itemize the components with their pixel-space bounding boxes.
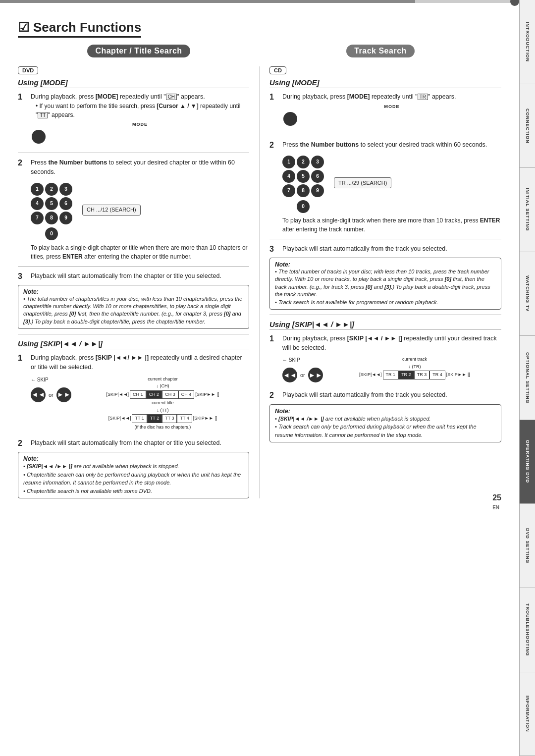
right-note-lines: • The total number of tracks in your dis…	[275, 268, 496, 306]
divider-1	[18, 153, 249, 153]
right-step-1: 1 During playback, press [MODE] repeated…	[269, 92, 501, 130]
left-note-box: Note: • The total number of chapters/tit…	[18, 285, 249, 329]
sidebar-tab-connection[interactable]: CONNECTION	[519, 84, 535, 168]
right-skip-prev-btn: ◄◄	[282, 368, 297, 382]
right-skip-diagram: ← SKIP ◄◄ or ►► current track ↓ (TR)	[282, 356, 501, 382]
ch-label: ↓ (CH)	[76, 383, 249, 390]
right-num-1: 1	[282, 156, 295, 168]
right-num-8: 8	[297, 184, 310, 197]
sidebar-tab-operating-dvd[interactable]: OPERATING DVD	[519, 420, 535, 504]
num-4: 4	[31, 197, 44, 210]
left-using-skip-heading: Using [SKIP|◄◄ / ►►|]	[18, 339, 249, 349]
step2-paragraph: To play back a single-digit chapter or t…	[31, 243, 249, 261]
left-skip-step-1: 1 During playback, press [SKIP |◄◄/ ►► |…	[18, 353, 249, 434]
right-num-grid: 1 2 3 4 5 6 7 8 9	[282, 156, 324, 197]
right-skip-next-label: [SKIP►► |]	[446, 372, 470, 378]
right-numbers-display-area: 1 2 3 4 5 6 7 8 9 0	[282, 153, 501, 213]
left-note-title: Note:	[23, 288, 244, 295]
num-grid: 1 2 3 4 5 6 7 8 9	[31, 183, 72, 224]
right-using-mode-heading: Using [MODE]	[269, 78, 501, 88]
tr3: TR 3	[414, 371, 430, 379]
title-checkmark: ☑	[18, 20, 29, 35]
right-skip-btn-row: ◄◄ or ►►	[282, 368, 323, 382]
step-number-2: 2	[18, 158, 27, 167]
no-chapters-note: (If the disc has no chapters.)	[76, 424, 249, 431]
sidebar-tab-information[interactable]: INFORMATION	[519, 672, 535, 756]
right-num-0: 0	[297, 200, 310, 213]
right-num-9: 9	[311, 184, 324, 197]
ch-boxes: CH 1 CH 2 CH 3 CH 4	[130, 390, 194, 399]
skip-next-label: [SKIP►► |]	[195, 391, 219, 398]
left-skip-note-box: Note: • [SKIP|◄◄ /►► |] are not availabl…	[18, 452, 249, 498]
right-skip-next-btn: ►►	[308, 368, 323, 382]
skip-btn-row: ◄◄ or ►►	[31, 387, 71, 402]
right-num-2: 2	[297, 156, 310, 168]
tt4: TT 4	[177, 414, 192, 423]
right-tr-boxes: TR 1 TR 2 TR 3 TR 4	[383, 371, 445, 379]
left-column: DVD Using [MODE] 1 During playback, pres…	[18, 66, 260, 498]
mode-button-area: MODE	[31, 121, 249, 148]
progress-bar-fill	[0, 0, 415, 3]
sidebar-tab-troubleshooting[interactable]: TROUBLESHOOTING	[519, 588, 535, 672]
right-skip-step-1-content: During playback, press [SKIP |◄◄ / ►► |]…	[282, 334, 501, 387]
right-skip-diagram-right: current track ↓ (TR) [SKIP|◄◄] TR 1 TR 2…	[328, 356, 501, 379]
right-num-7: 7	[282, 184, 295, 197]
right-divider-1	[269, 135, 501, 135]
step-2-content: Press the Number buttons to select your …	[31, 158, 249, 261]
right-step-number-2: 2	[269, 140, 278, 150]
right-skip-note-title: Note:	[275, 408, 496, 415]
right-step1-bold: [MODE]	[347, 93, 370, 100]
skip-step-1-content: During playback, press [SKIP |◄◄/ ►► |] …	[31, 353, 249, 434]
tr2: TR 2	[398, 371, 414, 379]
page-number: 25 EN	[492, 493, 501, 511]
tr1: TR 1	[383, 371, 399, 379]
step-number-1: 1	[18, 92, 27, 102]
skip-step-number-1: 1	[18, 353, 27, 363]
right-skip-prev-label: [SKIP|◄◄]	[359, 372, 382, 378]
right-num-3: 3	[311, 156, 324, 168]
ch1: CH 1	[130, 390, 146, 399]
left-skip-note-lines: • [SKIP|◄◄ /►► |] are not available when…	[23, 462, 244, 495]
tt-skip-next-label: [SKIP►► |]	[193, 415, 217, 422]
dvd-badge: DVD	[18, 66, 38, 74]
ch-boxes-row: [SKIP|◄◄] CH 1 CH 2 CH 3 CH 4 [SKIP►► |]	[76, 390, 249, 399]
left-using-mode-heading: Using [MODE]	[18, 78, 249, 88]
skip-arrow-label: ← SKIP	[31, 376, 49, 383]
chapter-title-search-header: Chapter / Title Search	[87, 45, 190, 57]
number-buttons-grid: 1 2 3 4 5 6 7 8 9 0	[31, 180, 72, 240]
sidebar-tab-initial-setting[interactable]: INITIAL SETTING	[519, 168, 535, 252]
right-section-title: Track Search	[260, 45, 501, 62]
sidebar-tab-introduction[interactable]: INTRODUCTION	[519, 0, 535, 84]
right-or-label: or	[300, 371, 305, 379]
ch2: CH 2	[146, 390, 162, 399]
tt-skip-prev-label: [SKIP|◄◄]	[108, 415, 131, 422]
left-note-line-1: • The total number of chapters/titles in…	[23, 295, 244, 326]
right-num-6: 6	[311, 170, 324, 183]
left-skip-note-title: Note:	[23, 455, 244, 462]
progress-bar	[0, 0, 519, 3]
left-step-1: 1 During playback, press [MODE] repeated…	[18, 92, 249, 148]
sidebar-tabs: INTRODUCTION CONNECTION INITIAL SETTING …	[519, 0, 535, 756]
right-step2-bold: the Number buttons	[300, 141, 359, 148]
skip-diagram-right: current chapter ↓ (CH) [SKIP|◄◄] CH 1 CH…	[76, 376, 249, 431]
skip-prev-btn: ◄◄	[31, 387, 46, 402]
mode-label: MODE	[31, 121, 249, 128]
right-search-display: TR .../29 (SEARCH)	[334, 177, 391, 188]
sidebar-tab-optional-setting[interactable]: OPTIONAL SETTING	[519, 336, 535, 420]
skip-bold: [SKIP |◄◄/ ►► |]	[96, 354, 149, 361]
title-text: Search Functions	[33, 20, 141, 35]
right-num-0-row: 0	[282, 200, 324, 213]
right-enter-bold: ENTER	[480, 217, 500, 224]
left-search-display: CH .../12 (SEARCH)	[82, 205, 141, 216]
page-title: ☑ Search Functions	[18, 20, 141, 38]
step-number-3: 3	[18, 271, 27, 281]
tr4: TR 4	[429, 371, 445, 379]
right-skip-step-number-2: 2	[269, 390, 278, 400]
right-step-3: 3 Playback will start automatically from…	[269, 244, 501, 254]
num-7: 7	[31, 212, 44, 224]
sidebar-tab-watching-tv[interactable]: WATCHING TV	[519, 252, 535, 336]
right-skip-step-number-1: 1	[269, 334, 278, 343]
sidebar-tab-dvd-setting[interactable]: DVD SETTING	[519, 504, 535, 588]
enter-bold: ENTER	[62, 253, 83, 260]
skip-step-number-2: 2	[18, 438, 27, 448]
